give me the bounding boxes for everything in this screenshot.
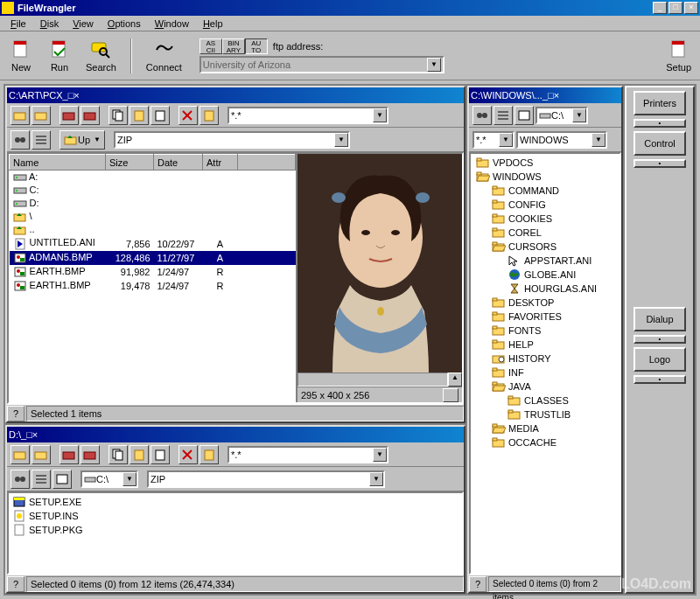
dropdown-icon[interactable]: ▼ — [373, 108, 387, 122]
tree-node[interactable]: MEDIA — [472, 421, 618, 435]
cut-icon[interactable] — [150, 445, 170, 464]
tree-node[interactable]: TRUSTLIB — [472, 407, 618, 421]
tree-node[interactable]: COMMAND — [472, 184, 618, 198]
dropdown-icon[interactable]: ▼ — [572, 108, 586, 122]
pane1-close[interactable]: × — [74, 90, 79, 101]
list-icon[interactable] — [32, 470, 51, 489]
col-attr[interactable]: Attr — [203, 155, 238, 171]
binoculars-icon[interactable] — [10, 130, 30, 150]
help-icon[interactable]: ? — [7, 576, 24, 592]
dropdown-icon[interactable]: ▼ — [592, 133, 606, 147]
table-row[interactable]: C: — [10, 184, 296, 197]
pane3-maximize[interactable]: □ — [548, 90, 554, 101]
auto-mode-button[interactable]: AU TO — [245, 38, 268, 54]
table-row[interactable]: .. — [10, 223, 296, 236]
properties-icon[interactable] — [200, 106, 219, 125]
ftp-dropdown-icon[interactable]: ▼ — [427, 58, 441, 72]
printers-button[interactable]: Printers — [634, 91, 686, 115]
tree-node[interactable]: HOURGLAS.ANI — [472, 282, 618, 296]
help-icon[interactable]: ? — [7, 406, 24, 421]
list-item[interactable]: SETUP.INS — [10, 509, 460, 523]
tree-node[interactable]: CONFIG — [472, 198, 618, 212]
tree-node[interactable]: WINDOWS — [472, 170, 618, 184]
table-row[interactable]: EARTH.BMP91,9821/24/97R — [10, 265, 296, 279]
tree-node[interactable]: HELP — [472, 338, 618, 352]
tree-node[interactable]: GLOBE.ANI — [472, 268, 618, 282]
window-icon[interactable] — [514, 106, 534, 125]
control-button[interactable]: Control — [634, 131, 686, 156]
tree-node[interactable]: DESKTOP — [472, 296, 618, 310]
run-button[interactable]: Run — [42, 38, 77, 74]
pane1-file-table[interactable]: Name Size Date Attr A: C: D: \ .. UNTITL… — [9, 154, 296, 402]
pane2-maximize[interactable]: □ — [26, 429, 32, 440]
folder-up2-icon[interactable] — [80, 445, 100, 464]
search-button[interactable]: Search — [80, 38, 122, 74]
tree-node[interactable]: COOKIES — [472, 212, 618, 226]
tree-node[interactable]: APPSTART.ANI — [472, 254, 618, 268]
menu-window[interactable]: Window — [148, 17, 196, 31]
tree-node[interactable]: OCCACHE — [472, 435, 618, 449]
pane3-drive[interactable]: C:\▼ — [536, 107, 588, 124]
folder-icon[interactable] — [32, 445, 51, 464]
table-row[interactable]: \ — [10, 210, 296, 223]
menu-options[interactable]: Options — [101, 17, 148, 31]
tree-node[interactable]: VPDOCS — [472, 156, 618, 170]
binary-mode-button[interactable]: BIN ARY — [222, 38, 245, 54]
properties-icon[interactable] — [200, 445, 219, 464]
pane2-titlebar[interactable]: D:\ _ □ × — [7, 427, 464, 442]
connect-button[interactable]: Connect — [141, 38, 187, 74]
preview-options-icon[interactable] — [443, 388, 458, 402]
tree-node[interactable]: FAVORITES — [472, 310, 618, 324]
col-date[interactable]: Date — [154, 155, 203, 171]
table-row[interactable]: EARTH1.BMP19,4781/24/97R — [10, 279, 296, 293]
list-icon[interactable] — [32, 130, 51, 150]
paste-icon[interactable] — [130, 445, 149, 464]
ascii-mode-button[interactable]: AS CII — [200, 38, 222, 54]
pane2-close[interactable]: × — [32, 429, 38, 440]
dropdown-icon[interactable]: ▼ — [334, 133, 348, 147]
pane2-drive[interactable]: C:\▼ — [80, 470, 138, 488]
folder-up-icon[interactable] — [60, 445, 79, 464]
new-button[interactable]: New — [4, 38, 38, 74]
list-icon[interactable] — [494, 106, 513, 125]
menu-file[interactable]: File — [4, 17, 33, 31]
cut-icon[interactable] — [150, 106, 170, 125]
folder-new-icon[interactable] — [10, 445, 30, 464]
table-row[interactable]: A: — [10, 171, 296, 185]
col-size[interactable]: Size — [106, 155, 154, 171]
tree-node[interactable]: JAVA — [472, 380, 618, 394]
up-button[interactable]: Up ▼ — [60, 130, 105, 150]
col-name[interactable]: Name — [10, 155, 106, 171]
menu-view[interactable]: View — [66, 17, 101, 31]
list-item[interactable]: SETUP.EXE — [10, 495, 460, 509]
tree-node[interactable]: CURSORS — [472, 240, 618, 254]
dropdown-icon[interactable]: ▼ — [122, 472, 136, 486]
binoculars-icon[interactable] — [472, 106, 492, 125]
pane1-filter[interactable]: *.*▼ — [228, 107, 388, 124]
pane3-tree[interactable]: VPDOCSWINDOWSCOMMANDCONFIGCOOKIESCORELCU… — [469, 152, 621, 575]
pane1-compress[interactable]: ZIP▼ — [114, 131, 350, 149]
tree-node[interactable]: INF — [472, 366, 618, 380]
table-row[interactable]: D: — [10, 197, 296, 210]
folder-new-icon[interactable] — [10, 106, 30, 125]
logo-button[interactable]: Logo — [634, 347, 686, 372]
dialup-button[interactable]: Dialup — [634, 307, 686, 331]
folder-up2-icon[interactable] — [80, 106, 100, 125]
copy-icon[interactable] — [108, 445, 128, 464]
tree-node[interactable]: COREL — [472, 226, 618, 240]
pane3-titlebar[interactable]: C:\WINDOWS\... _ □ × — [469, 87, 621, 103]
pane3-close[interactable]: × — [554, 90, 559, 101]
menu-help[interactable]: Help — [196, 17, 230, 31]
minimize-button[interactable]: _ — [653, 2, 667, 14]
dropdown-icon[interactable]: ▼ — [499, 133, 513, 147]
menu-disk[interactable]: Disk — [33, 17, 66, 31]
delete-icon[interactable] — [178, 445, 198, 464]
pane1-maximize[interactable]: □ — [68, 90, 74, 101]
dropdown-icon[interactable]: ▼ — [373, 448, 387, 462]
ftp-address-input[interactable]: University of Arizona ▼ — [200, 56, 444, 73]
window-icon[interactable] — [52, 470, 72, 489]
close-button[interactable]: × — [684, 2, 698, 14]
help-icon[interactable]: ? — [469, 576, 486, 592]
binoculars-icon[interactable] — [10, 470, 30, 489]
setup-button[interactable]: Setup — [661, 38, 696, 74]
